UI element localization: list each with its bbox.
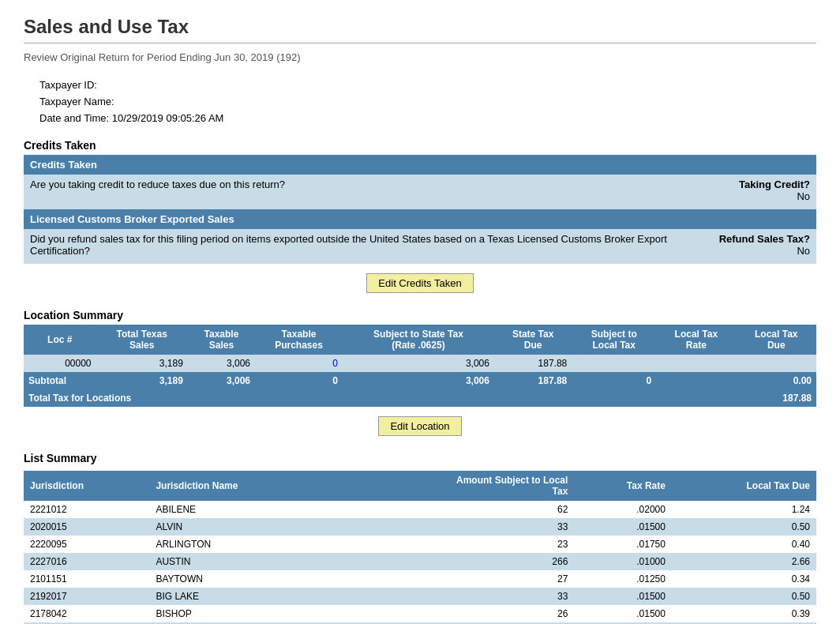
list-cell-name: ARLINGTON bbox=[149, 536, 339, 553]
list-table-header: Jurisdiction Jurisdiction Name Amount Su… bbox=[24, 471, 816, 501]
list-section-title: List Summary bbox=[24, 452, 816, 464]
loc-total-value: 187.88 bbox=[737, 389, 816, 407]
list-cell-amount: 266 bbox=[339, 553, 575, 570]
taxpayer-name: Taxpayer Name: bbox=[39, 94, 816, 111]
credits-table: Credits Taken Are you taking credit to r… bbox=[24, 155, 816, 264]
credits-row3-answer: Refund Sales Tax? No bbox=[713, 229, 816, 264]
location-total-row: Total Tax for Locations 187.88 bbox=[24, 389, 816, 407]
loc-cell-subject-local bbox=[572, 355, 656, 372]
credits-section-title: Credits Taken bbox=[24, 139, 816, 152]
loc-cell-total-texas: 3,189 bbox=[96, 355, 188, 372]
list-cell-rate: .01500 bbox=[574, 588, 672, 605]
list-cell-name: BISHOP bbox=[149, 605, 339, 622]
loc-col-total-texas: Total TexasSales bbox=[96, 325, 188, 355]
list-cell-amount: 33 bbox=[339, 588, 575, 605]
list-cell-due: 0.40 bbox=[672, 536, 816, 553]
loc-col-state-tax: State TaxDue bbox=[494, 325, 572, 355]
loc-col-taxable-sales: TaxableSales bbox=[188, 325, 255, 355]
loc-subtotal-local-rate bbox=[656, 372, 736, 389]
list-cell-jurisdiction: 2178042 bbox=[24, 605, 149, 622]
list-col-rate: Tax Rate bbox=[574, 471, 672, 501]
list-item: 2220095 ARLINGTON 23 .01750 0.40 bbox=[24, 536, 816, 553]
list-cell-amount: 26 bbox=[339, 605, 575, 622]
taxpayer-info: Taxpayer ID: Taxpayer Name: Date and Tim… bbox=[39, 77, 816, 126]
location-section-title: Location Summary bbox=[24, 309, 816, 321]
list-cell-amount: 33 bbox=[339, 518, 575, 536]
edit-location-button[interactable]: Edit Location bbox=[378, 416, 461, 436]
list-cell-name: ABILENE bbox=[149, 501, 339, 518]
list-cell-jurisdiction: 2192017 bbox=[24, 588, 149, 605]
credits-table-header: Credits Taken bbox=[24, 155, 816, 175]
credits-lcb-header-row: Licensed Customs Broker Exported Sales bbox=[24, 209, 816, 229]
location-table: Loc # Total TexasSales TaxableSales Taxa… bbox=[24, 325, 816, 407]
credits-row3: Did you refund sales tax for this filing… bbox=[24, 229, 816, 264]
list-cell-name: BAYTOWN bbox=[149, 570, 339, 588]
loc-subtotal-taxable-sales: 3,006 bbox=[188, 372, 255, 389]
location-data-row: 00000 3,189 3,006 0 3,006 187.88 bbox=[24, 355, 816, 372]
list-table: Jurisdiction Jurisdiction Name Amount Su… bbox=[24, 471, 816, 624]
list-col-due: Local Tax Due bbox=[672, 471, 816, 501]
list-cell-amount: 62 bbox=[339, 501, 575, 518]
loc-col-local-rate: Local TaxRate bbox=[656, 325, 736, 355]
list-cell-jurisdiction: 2101151 bbox=[24, 570, 149, 588]
loc-cell-subject-state: 3,006 bbox=[343, 355, 494, 372]
loc-col-local-due: Local TaxDue bbox=[737, 325, 816, 355]
loc-total-label: Total Tax for Locations bbox=[24, 389, 737, 407]
list-col-name: Jurisdiction Name bbox=[149, 471, 339, 501]
loc-cell-local-rate bbox=[656, 355, 736, 372]
list-cell-jurisdiction: 2020015 bbox=[24, 518, 149, 536]
loc-cell-loc: 00000 bbox=[24, 355, 96, 372]
list-cell-due: 0.39 bbox=[672, 605, 816, 622]
list-cell-rate: .01500 bbox=[574, 518, 672, 536]
loc-col-subject-state: Subject to State Tax(Rate .0625) bbox=[343, 325, 494, 355]
loc-cell-state-tax: 187.88 bbox=[494, 355, 572, 372]
loc-cell-local-due bbox=[737, 355, 816, 372]
list-item: 2178042 BISHOP 26 .01500 0.39 bbox=[24, 605, 816, 622]
location-subtotal-row: Subtotal 3,189 3,006 0 3,006 187.88 0 0.… bbox=[24, 372, 816, 389]
loc-subtotal-label: Subtotal bbox=[24, 372, 96, 389]
list-col-amount: Amount Subject to LocalTax bbox=[339, 471, 575, 501]
loc-subtotal-taxable-purchases: 0 bbox=[255, 372, 343, 389]
list-cell-jurisdiction: 2221012 bbox=[24, 501, 149, 518]
credits-row1-answer: Taking Credit? No bbox=[713, 175, 816, 209]
list-cell-jurisdiction: 2227016 bbox=[24, 553, 149, 570]
loc-subtotal-total-texas: 3,189 bbox=[96, 372, 188, 389]
loc-subtotal-subject-state: 3,006 bbox=[343, 372, 494, 389]
list-cell-due: 1.24 bbox=[672, 501, 816, 518]
list-cell-amount: 23 bbox=[339, 536, 575, 553]
list-item: 2192017 BIG LAKE 33 .01500 0.50 bbox=[24, 588, 816, 605]
edit-credits-button[interactable]: Edit Credits Taken bbox=[366, 273, 473, 293]
list-cell-name: ALVIN bbox=[149, 518, 339, 536]
loc-col-loc: Loc # bbox=[24, 325, 96, 355]
list-item: 2101151 BAYTOWN 27 .01250 0.34 bbox=[24, 570, 816, 588]
credits-row1-question: Are you taking credit to reduce taxes du… bbox=[24, 175, 713, 209]
list-cell-name: BIG LAKE bbox=[149, 588, 339, 605]
loc-col-subject-local: Subject toLocal Tax bbox=[572, 325, 656, 355]
list-item: 2227016 AUSTIN 266 .01000 2.66 bbox=[24, 553, 816, 570]
credits-lcb-header: Licensed Customs Broker Exported Sales bbox=[24, 209, 816, 229]
list-cell-due: 0.34 bbox=[672, 570, 816, 588]
credits-table-header-row: Credits Taken bbox=[24, 155, 816, 175]
taxpayer-id: Taxpayer ID: bbox=[39, 77, 816, 94]
loc-subtotal-local-due: 0.00 bbox=[737, 372, 816, 389]
list-cell-due: 0.50 bbox=[672, 518, 816, 536]
list-item: 2221012 ABILENE 62 .02000 1.24 bbox=[24, 501, 816, 518]
credits-row1: Are you taking credit to reduce taxes du… bbox=[24, 175, 816, 209]
list-col-jurisdiction: Jurisdiction bbox=[24, 471, 149, 501]
credits-row3-question: Did you refund sales tax for this filing… bbox=[24, 229, 713, 264]
loc-subtotal-state-tax: 187.88 bbox=[494, 372, 572, 389]
page-subtitle: Review Original Return for Period Ending… bbox=[24, 51, 816, 63]
loc-cell-taxable-purchases: 0 bbox=[255, 355, 343, 372]
list-cell-due: 0.50 bbox=[672, 588, 816, 605]
list-cell-due: 2.66 bbox=[672, 553, 816, 570]
list-cell-rate: .01000 bbox=[574, 553, 672, 570]
location-table-header: Loc # Total TexasSales TaxableSales Taxa… bbox=[24, 325, 816, 355]
list-cell-rate: .01500 bbox=[574, 605, 672, 622]
list-cell-rate: .01250 bbox=[574, 570, 672, 588]
loc-col-taxable-purchases: TaxablePurchases bbox=[255, 325, 343, 355]
list-cell-rate: .02000 bbox=[574, 501, 672, 518]
list-cell-jurisdiction: 2220095 bbox=[24, 536, 149, 553]
list-cell-name: AUSTIN bbox=[149, 553, 339, 570]
taxpayer-datetime: Date and Time: 10/29/2019 09:05:26 AM bbox=[39, 111, 816, 127]
list-cell-rate: .01750 bbox=[574, 536, 672, 553]
